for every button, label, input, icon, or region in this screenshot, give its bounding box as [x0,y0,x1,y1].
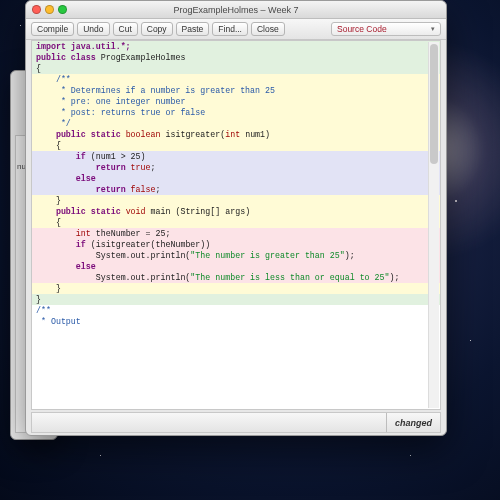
paste-button[interactable]: Paste [176,22,210,36]
code-line: * pre: one integer number [32,96,440,107]
vertical-scrollbar[interactable] [428,42,439,408]
code-line: else [36,262,96,271]
code-token: System.out.println( [36,273,190,282]
code-token: (num1 > 25) [86,152,146,161]
code-token: System.out.println( [36,251,190,260]
code-editor[interactable]: import java.util.*;public class ProgExam… [31,40,441,410]
code-line: { [32,140,440,151]
view-mode-dropdown[interactable]: Source Code ▾ [331,22,441,36]
code-token: (isitgreater(theNumber)) [86,240,210,249]
undo-button[interactable]: Undo [77,22,109,36]
compile-button[interactable]: Compile [31,22,74,36]
status-changed-indicator: changed [386,413,440,432]
copy-button[interactable]: Copy [141,22,173,36]
code-token: public [36,207,86,216]
code-token: num1) [240,130,270,139]
code-token: true [126,163,151,172]
decor-star [20,25,21,26]
code-line: { [32,63,440,74]
code-token: "The number is greater than 25" [190,251,344,260]
code-line: * Output [32,316,440,327]
status-bar: changed [31,412,441,433]
cut-button[interactable]: Cut [113,22,138,36]
code-token: ; [156,185,161,194]
code-token: class [66,53,96,62]
toolbar: Compile Undo Cut Copy Paste Find... Clos… [26,19,446,40]
view-mode-selected: Source Code [337,24,387,34]
code-token: ); [390,273,400,282]
window-title: ProgExampleHolmes – Week 7 [26,5,446,15]
code-token: theNumber = 25; [91,229,171,238]
code-line: } [32,195,440,206]
code-token: main (String[] args) [146,207,251,216]
code-token: return [36,185,126,194]
code-token: false [126,185,156,194]
chevron-updown-icon: ▾ [431,25,435,33]
code-line: import java.util.*; [36,42,131,51]
code-token: int [225,130,240,139]
code-token: int [36,229,91,238]
code-token: isitgreater( [161,130,226,139]
code-token: ProgExampleHolmes [96,53,186,62]
titlebar[interactable]: ProgExampleHolmes – Week 7 [26,1,446,19]
code-line: * post: returns true or false [32,107,440,118]
code-token: boolean [121,130,161,139]
code-line: /** [32,305,440,316]
code-token: ; [151,163,156,172]
editor-window: ProgExampleHolmes – Week 7 Compile Undo … [25,0,447,436]
status-message-area [32,413,386,432]
code-token: if [36,240,86,249]
code-token: void [121,207,146,216]
find-button[interactable]: Find... [212,22,248,36]
scrollbar-thumb[interactable] [430,44,438,164]
code-token: ); [345,251,355,260]
code-line: } [32,283,440,294]
code-token: return [36,163,126,172]
code-token: static [86,130,121,139]
code-token: public [36,53,66,62]
code-token: static [86,207,121,216]
decor-star [410,455,411,456]
decor-star [470,340,471,341]
code-line: } [32,294,440,305]
close-button[interactable]: Close [251,22,285,36]
code-line: /** [32,74,440,85]
code-token: if [36,152,86,161]
code-token: "The number is less than or equal to 25" [190,273,389,282]
code-token: public [36,130,86,139]
code-line: * Determines if a number is greater than… [32,85,440,96]
decor-star [100,455,101,456]
code-line: { [32,217,440,228]
code-line: else [36,174,96,183]
code-line: */ [32,118,440,129]
